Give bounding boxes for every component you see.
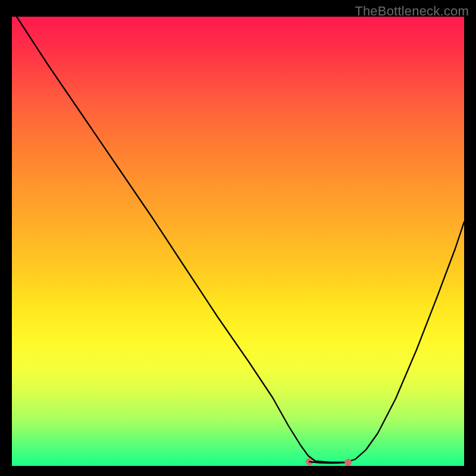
- chart-frame: TheBottleneck.com: [0, 0, 476, 476]
- bottleneck-curve: [17, 17, 464, 462]
- plot-area: [12, 17, 464, 466]
- curve-layer: [12, 17, 464, 466]
- optimal-range-end-dot: [345, 459, 352, 466]
- watermark-text: TheBottleneck.com: [355, 4, 469, 19]
